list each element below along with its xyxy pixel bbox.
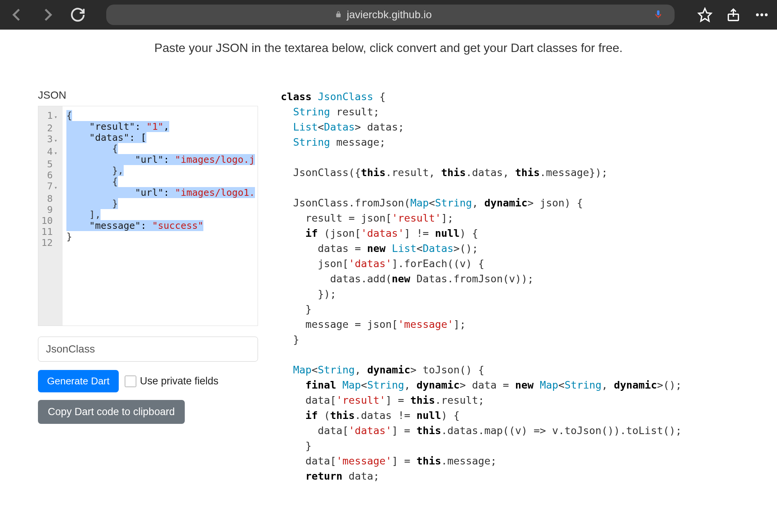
dart-output: class JsonClass { String result; List<Da… [281, 89, 747, 484]
page-content: Paste your JSON in the textarea below, c… [0, 30, 777, 484]
right-column: class JsonClass { String result; List<Da… [281, 89, 747, 484]
url-text: javiercbk.github.io [347, 9, 432, 21]
svg-marker-0 [698, 8, 711, 21]
json-label: JSON [38, 89, 258, 101]
editor-body[interactable]: { "result": "1", "datas": [ { "url": "im… [63, 106, 258, 326]
svg-point-2 [756, 13, 759, 16]
bookmark-button[interactable] [697, 7, 713, 22]
left-column: JSON 1▾2 3▾4▾5 6 7▾8 9 10 11 12 { "resul… [38, 89, 258, 484]
editor-gutter: 1▾2 3▾4▾5 6 7▾8 9 10 11 12 [38, 106, 63, 326]
reload-button[interactable] [68, 5, 87, 24]
svg-point-4 [765, 13, 768, 16]
json-editor[interactable]: 1▾2 3▾4▾5 6 7▾8 9 10 11 12 { "result": "… [38, 106, 258, 326]
back-button[interactable] [8, 5, 27, 24]
address-bar[interactable]: javiercbk.github.io [106, 5, 675, 25]
page-tagline: Paste your JSON in the textarea below, c… [0, 41, 777, 55]
browser-toolbar: javiercbk.github.io [0, 0, 777, 30]
private-fields-checkbox[interactable] [125, 376, 136, 387]
private-fields-label: Use private fields [140, 375, 219, 387]
mic-icon[interactable] [653, 9, 663, 20]
generate-dart-button[interactable]: Generate Dart [38, 370, 119, 392]
share-button[interactable] [726, 7, 741, 22]
class-name-input[interactable] [38, 337, 258, 362]
svg-point-3 [760, 13, 763, 16]
forward-button[interactable] [38, 5, 57, 24]
private-fields-checkbox-wrap[interactable]: Use private fields [125, 375, 219, 387]
copy-dart-button[interactable]: Copy Dart code to clipboard [38, 400, 185, 424]
lock-icon [335, 9, 342, 21]
more-button[interactable] [754, 7, 769, 22]
